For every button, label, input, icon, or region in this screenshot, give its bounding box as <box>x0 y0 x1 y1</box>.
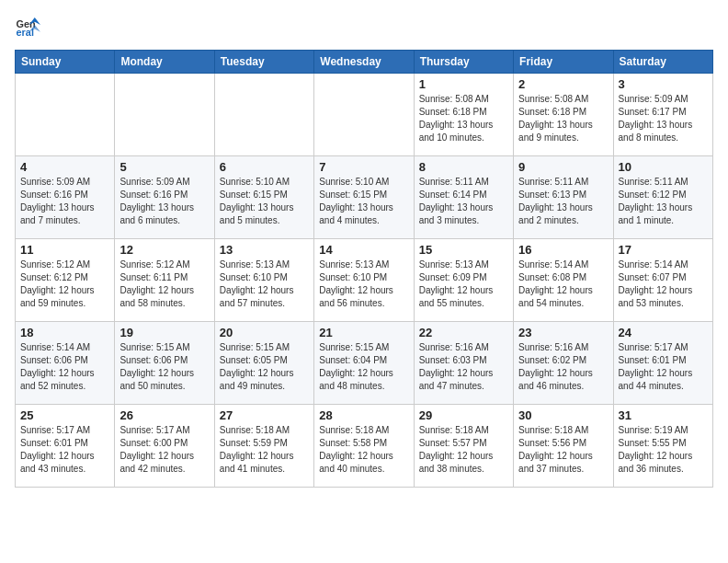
calendar-cell <box>314 74 414 156</box>
calendar-week-4: 18Sunrise: 5:14 AM Sunset: 6:06 PM Dayli… <box>16 322 713 405</box>
calendar-cell: 12Sunrise: 5:12 AM Sunset: 6:11 PM Dayli… <box>115 239 214 322</box>
calendar-cell: 18Sunrise: 5:14 AM Sunset: 6:06 PM Dayli… <box>16 322 115 405</box>
calendar-header-row: SundayMondayTuesdayWednesdayThursdayFrid… <box>16 51 713 74</box>
day-info: Sunrise: 5:18 AM Sunset: 5:56 PM Dayligh… <box>518 424 608 476</box>
day-number: 8 <box>419 160 508 174</box>
day-info: Sunrise: 5:15 AM Sunset: 6:05 PM Dayligh… <box>220 341 309 393</box>
calendar-cell: 11Sunrise: 5:12 AM Sunset: 6:12 PM Dayli… <box>16 239 115 322</box>
calendar-cell: 10Sunrise: 5:11 AM Sunset: 6:12 PM Dayli… <box>613 156 712 239</box>
day-number: 25 <box>20 408 109 422</box>
col-header-saturday: Saturday <box>613 51 712 74</box>
day-info: Sunrise: 5:15 AM Sunset: 6:04 PM Dayligh… <box>319 341 408 393</box>
day-number: 15 <box>419 243 508 257</box>
calendar-cell: 26Sunrise: 5:17 AM Sunset: 6:00 PM Dayli… <box>115 405 214 488</box>
day-number: 9 <box>518 160 608 174</box>
calendar-cell: 19Sunrise: 5:15 AM Sunset: 6:06 PM Dayli… <box>115 322 214 405</box>
day-number: 12 <box>119 243 209 257</box>
day-info: Sunrise: 5:10 AM Sunset: 6:15 PM Dayligh… <box>220 176 309 227</box>
calendar-cell: 1Sunrise: 5:08 AM Sunset: 6:18 PM Daylig… <box>414 74 513 156</box>
day-info: Sunrise: 5:13 AM Sunset: 6:09 PM Dayligh… <box>419 259 508 310</box>
day-number: 11 <box>20 243 109 257</box>
day-info: Sunrise: 5:09 AM Sunset: 6:16 PM Dayligh… <box>20 176 109 227</box>
calendar-cell: 30Sunrise: 5:18 AM Sunset: 5:56 PM Dayli… <box>514 405 613 488</box>
calendar-cell <box>16 74 115 156</box>
day-number: 18 <box>20 326 109 339</box>
calendar-cell: 8Sunrise: 5:11 AM Sunset: 6:14 PM Daylig… <box>414 156 513 239</box>
day-info: Sunrise: 5:10 AM Sunset: 6:15 PM Dayligh… <box>319 176 408 227</box>
calendar-cell <box>214 74 313 156</box>
calendar-cell: 2Sunrise: 5:08 AM Sunset: 6:18 PM Daylig… <box>514 74 613 156</box>
day-number: 2 <box>518 77 608 91</box>
day-info: Sunrise: 5:16 AM Sunset: 6:02 PM Dayligh… <box>518 341 608 393</box>
calendar-week-1: 1Sunrise: 5:08 AM Sunset: 6:18 PM Daylig… <box>16 74 713 156</box>
calendar-cell: 22Sunrise: 5:16 AM Sunset: 6:03 PM Dayli… <box>414 322 513 405</box>
day-info: Sunrise: 5:17 AM Sunset: 6:01 PM Dayligh… <box>619 341 708 393</box>
calendar-week-2: 4Sunrise: 5:09 AM Sunset: 6:16 PM Daylig… <box>16 156 713 239</box>
day-info: Sunrise: 5:18 AM Sunset: 5:57 PM Dayligh… <box>419 424 508 476</box>
day-info: Sunrise: 5:18 AM Sunset: 5:59 PM Dayligh… <box>220 424 309 476</box>
day-number: 19 <box>119 326 209 339</box>
day-info: Sunrise: 5:08 AM Sunset: 6:18 PM Dayligh… <box>419 93 508 144</box>
calendar-cell: 28Sunrise: 5:18 AM Sunset: 5:58 PM Dayli… <box>314 405 414 488</box>
calendar-cell: 6Sunrise: 5:10 AM Sunset: 6:15 PM Daylig… <box>214 156 313 239</box>
day-number: 26 <box>119 408 209 422</box>
day-info: Sunrise: 5:12 AM Sunset: 6:12 PM Dayligh… <box>20 259 109 310</box>
day-number: 28 <box>319 408 408 422</box>
day-info: Sunrise: 5:19 AM Sunset: 5:55 PM Dayligh… <box>619 424 708 476</box>
calendar-body: 1Sunrise: 5:08 AM Sunset: 6:18 PM Daylig… <box>16 74 713 488</box>
col-header-sunday: Sunday <box>16 51 115 74</box>
day-info: Sunrise: 5:08 AM Sunset: 6:18 PM Dayligh… <box>518 93 608 144</box>
col-header-wednesday: Wednesday <box>314 51 414 74</box>
calendar-week-3: 11Sunrise: 5:12 AM Sunset: 6:12 PM Dayli… <box>16 239 713 322</box>
calendar-cell: 31Sunrise: 5:19 AM Sunset: 5:55 PM Dayli… <box>613 405 712 488</box>
logo-icon: Gen eral <box>15 15 40 40</box>
calendar-cell: 14Sunrise: 5:13 AM Sunset: 6:10 PM Dayli… <box>314 239 414 322</box>
day-info: Sunrise: 5:15 AM Sunset: 6:06 PM Dayligh… <box>119 341 209 393</box>
calendar-cell: 25Sunrise: 5:17 AM Sunset: 6:01 PM Dayli… <box>16 405 115 488</box>
col-header-friday: Friday <box>514 51 613 74</box>
day-number: 1 <box>419 77 508 91</box>
calendar-cell: 13Sunrise: 5:13 AM Sunset: 6:10 PM Dayli… <box>214 239 313 322</box>
calendar-cell: 17Sunrise: 5:14 AM Sunset: 6:07 PM Dayli… <box>613 239 712 322</box>
day-number: 30 <box>518 408 608 422</box>
day-number: 23 <box>518 326 608 339</box>
day-number: 14 <box>319 243 408 257</box>
calendar-cell: 4Sunrise: 5:09 AM Sunset: 6:16 PM Daylig… <box>16 156 115 239</box>
day-number: 21 <box>319 326 408 339</box>
day-info: Sunrise: 5:14 AM Sunset: 6:07 PM Dayligh… <box>619 259 708 310</box>
day-number: 20 <box>220 326 309 339</box>
calendar-cell: 16Sunrise: 5:14 AM Sunset: 6:08 PM Dayli… <box>514 239 613 322</box>
day-info: Sunrise: 5:11 AM Sunset: 6:14 PM Dayligh… <box>419 176 508 227</box>
calendar-cell: 7Sunrise: 5:10 AM Sunset: 6:15 PM Daylig… <box>314 156 414 239</box>
day-info: Sunrise: 5:09 AM Sunset: 6:17 PM Dayligh… <box>619 93 708 144</box>
day-info: Sunrise: 5:09 AM Sunset: 6:16 PM Dayligh… <box>119 176 209 227</box>
day-number: 3 <box>619 77 708 91</box>
day-info: Sunrise: 5:11 AM Sunset: 6:12 PM Dayligh… <box>619 176 708 227</box>
day-info: Sunrise: 5:13 AM Sunset: 6:10 PM Dayligh… <box>319 259 408 310</box>
day-info: Sunrise: 5:12 AM Sunset: 6:11 PM Dayligh… <box>119 259 209 310</box>
day-number: 5 <box>119 160 209 174</box>
day-number: 7 <box>319 160 408 174</box>
day-number: 31 <box>619 408 708 422</box>
svg-text:eral: eral <box>17 27 34 38</box>
day-number: 16 <box>518 243 608 257</box>
day-number: 22 <box>419 326 508 339</box>
day-info: Sunrise: 5:17 AM Sunset: 6:00 PM Dayligh… <box>119 424 209 476</box>
day-number: 29 <box>419 408 508 422</box>
calendar-cell: 29Sunrise: 5:18 AM Sunset: 5:57 PM Dayli… <box>414 405 513 488</box>
day-number: 17 <box>619 243 708 257</box>
day-number: 27 <box>220 408 309 422</box>
col-header-tuesday: Tuesday <box>214 51 313 74</box>
day-info: Sunrise: 5:18 AM Sunset: 5:58 PM Dayligh… <box>319 424 408 476</box>
calendar-cell: 21Sunrise: 5:15 AM Sunset: 6:04 PM Dayli… <box>314 322 414 405</box>
calendar-cell: 20Sunrise: 5:15 AM Sunset: 6:05 PM Dayli… <box>214 322 313 405</box>
calendar-cell: 15Sunrise: 5:13 AM Sunset: 6:09 PM Dayli… <box>414 239 513 322</box>
calendar-cell: 9Sunrise: 5:11 AM Sunset: 6:13 PM Daylig… <box>514 156 613 239</box>
logo: Gen eral <box>15 15 44 40</box>
calendar-cell <box>115 74 214 156</box>
col-header-thursday: Thursday <box>414 51 513 74</box>
day-info: Sunrise: 5:11 AM Sunset: 6:13 PM Dayligh… <box>518 176 608 227</box>
day-number: 10 <box>619 160 708 174</box>
header: Gen eral <box>15 15 713 40</box>
day-number: 24 <box>619 326 708 339</box>
